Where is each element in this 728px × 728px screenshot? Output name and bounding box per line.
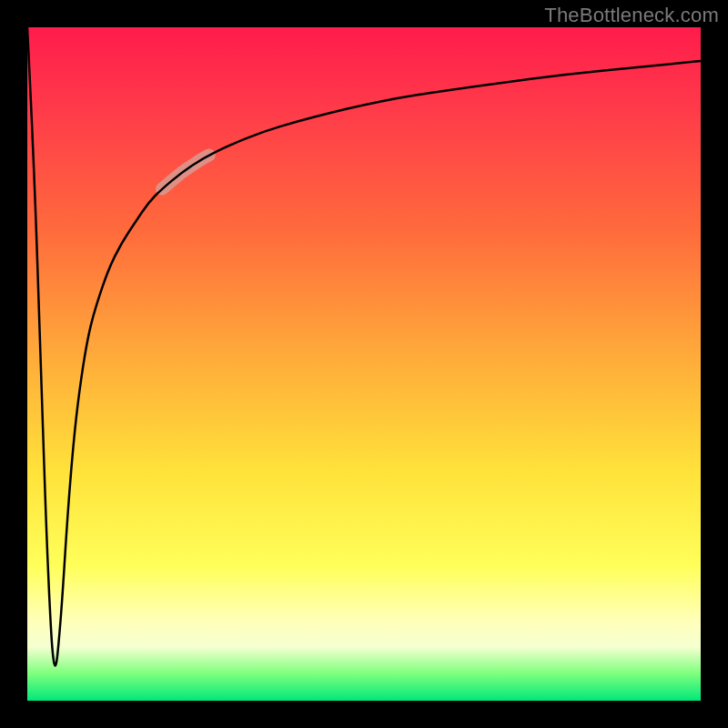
bottleneck-curve [27,27,701,665]
chart-frame: TheBottleneck.com [0,0,728,728]
watermark-text: TheBottleneck.com [544,4,719,27]
chart-curve-layer [27,27,701,701]
